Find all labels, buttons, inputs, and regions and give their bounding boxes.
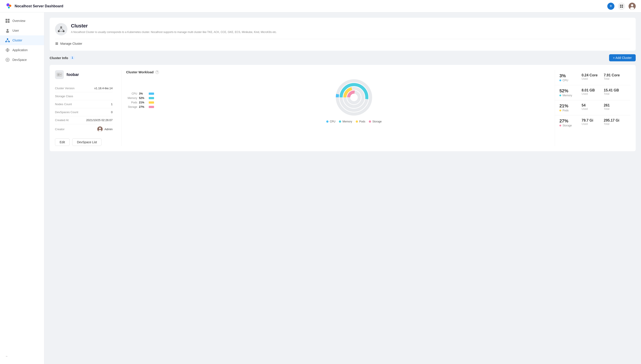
pods-stat-pct: 21% bbox=[559, 104, 582, 108]
svg-rect-31 bbox=[61, 27, 62, 28]
pods-used: 54 bbox=[582, 104, 604, 108]
collapse-sidebar-button[interactable]: ← bbox=[5, 354, 39, 358]
theme-button[interactable] bbox=[618, 3, 625, 10]
cpu-used: 0.24 Core bbox=[582, 73, 604, 77]
legend-memory-label: Memory bbox=[343, 120, 352, 123]
svg-point-43 bbox=[99, 128, 101, 129]
storage-used-section: 79.7 Gi Used bbox=[582, 118, 604, 126]
donut-svg bbox=[334, 78, 374, 117]
legend-pods: Pods bbox=[356, 120, 365, 123]
sidebar-user-label: User bbox=[13, 29, 19, 32]
sidebar-item-cluster[interactable]: Cluster bbox=[0, 36, 44, 45]
help-icon[interactable]: ? bbox=[155, 70, 159, 74]
sidebar-item-overview[interactable]: Overview bbox=[0, 16, 44, 26]
cluster-info-header: Cluster Info 1 + Add Cluster bbox=[50, 54, 636, 61]
memory-used-label: Used bbox=[582, 92, 604, 96]
legend-storage-dot bbox=[369, 120, 371, 123]
stat-card-pods: 21% Pods 54 Used 261 bbox=[555, 100, 630, 115]
svg-rect-6 bbox=[622, 6, 623, 8]
storage-bar bbox=[149, 106, 154, 108]
svg-point-40 bbox=[60, 74, 61, 75]
add-cluster-button[interactable]: + Add Cluster bbox=[609, 54, 636, 61]
nodes-value: 1 bbox=[111, 102, 113, 106]
cpu-stat-dot bbox=[559, 80, 561, 81]
legend-pods-label: Pods bbox=[359, 120, 365, 123]
manage-cluster-link[interactable]: Manage Cluster bbox=[55, 39, 630, 46]
cpu-stat-label: CPU bbox=[559, 79, 582, 82]
cpu-total-section: 7.91 Core Total bbox=[604, 73, 626, 80]
cluster-card-name: foobar bbox=[67, 72, 79, 77]
memory-total: 15.41 GB bbox=[604, 88, 626, 92]
header-left: Nocalhost Server Dashboard bbox=[5, 3, 63, 10]
user-avatar[interactable] bbox=[628, 3, 636, 10]
memory-used-section: 8.01 GB Used bbox=[582, 88, 604, 96]
legend-storage-label: Storage bbox=[372, 120, 382, 123]
storage-total-section: 295.17 Gi Total bbox=[604, 118, 626, 126]
storage-used: 79.7 Gi bbox=[582, 118, 604, 122]
main-content: Cluster A Nocalhost Cluster is usually c… bbox=[44, 12, 641, 364]
storage-label: Storage bbox=[126, 106, 137, 108]
svg-rect-11 bbox=[8, 19, 10, 20]
cpu-pct: 3% bbox=[139, 92, 147, 95]
memory-used: 8.01 GB bbox=[582, 88, 604, 92]
memory-stat-name: Memory bbox=[562, 94, 572, 97]
pods-used-label: Used bbox=[582, 108, 604, 110]
sidebar-item-devspace[interactable]: DevSpace bbox=[0, 55, 44, 65]
created-value: 2021/10/25 02:26:07 bbox=[86, 118, 113, 122]
storage-stat-dot bbox=[559, 125, 561, 126]
svg-rect-35 bbox=[55, 42, 58, 43]
cluster-info-section: foobar Cluster Version v1.18.4-tke.14 St… bbox=[55, 70, 121, 146]
cluster-icon bbox=[5, 38, 10, 42]
svg-rect-41 bbox=[57, 76, 61, 76]
chart-area: CPU 3% Memory 52% Pods 21% bbox=[126, 78, 550, 123]
workload-section: Cluster Workload ? CPU 3% Memor bbox=[121, 70, 555, 146]
legend-cpu-label: CPU bbox=[330, 120, 335, 123]
layout: Overview User Cluster bbox=[0, 12, 641, 364]
legend-cpu-dot bbox=[326, 120, 329, 123]
creator-label: Creator bbox=[55, 128, 65, 131]
sidebar-bottom: ← bbox=[0, 352, 44, 360]
stat-card-memory: 52% Memory 8.01 GB Used bbox=[555, 85, 630, 100]
legend-pods-dot bbox=[356, 120, 358, 123]
sidebar-item-user[interactable]: User bbox=[0, 26, 44, 36]
info-row-version: Cluster Version v1.18.4-tke.14 bbox=[55, 84, 113, 92]
pods-total: 261 bbox=[604, 104, 626, 108]
manage-cluster-label: Manage Cluster bbox=[60, 42, 82, 46]
cpu-stat-pct-section: 3% CPU bbox=[559, 73, 582, 82]
list-icon bbox=[55, 42, 59, 46]
svg-rect-3 bbox=[620, 5, 621, 6]
pods-stat-label: Pods bbox=[559, 109, 582, 112]
edit-button[interactable]: Edit bbox=[55, 138, 70, 146]
pods-bar bbox=[149, 102, 154, 104]
devspace-list-button[interactable]: DevSpace List bbox=[72, 138, 102, 146]
svg-point-44 bbox=[98, 130, 102, 132]
cluster-header-icon bbox=[55, 23, 67, 36]
chart-label-list: CPU 3% Memory 52% Pods 21% bbox=[126, 92, 154, 108]
storage-stat-label: Storage bbox=[559, 124, 582, 127]
action-buttons: Edit DevSpace List bbox=[55, 138, 113, 146]
sidebar: Overview User Cluster bbox=[0, 12, 44, 364]
svg-point-25 bbox=[6, 58, 9, 62]
info-row-devspaces: DevSpaces Count 0 bbox=[55, 108, 113, 116]
info-row-creator: Creator Admin bbox=[55, 124, 113, 134]
created-label: Created At bbox=[55, 118, 69, 122]
cluster-title-section: Cluster A Nocalhost Cluster is usually c… bbox=[71, 23, 277, 34]
memory-total-section: 15.41 GB Total bbox=[604, 88, 626, 96]
cpu-total-label: Total bbox=[604, 77, 626, 80]
svg-rect-5 bbox=[620, 6, 621, 8]
add-button[interactable]: + bbox=[607, 3, 614, 10]
svg-rect-36 bbox=[55, 44, 58, 44]
svg-point-14 bbox=[7, 29, 9, 31]
workload-title: Cluster Workload ? bbox=[126, 70, 550, 74]
pods-stat-dot bbox=[559, 110, 561, 111]
svg-rect-39 bbox=[57, 74, 60, 76]
collapse-icon: ← bbox=[5, 354, 8, 358]
storage-class-label: Storage Class bbox=[55, 94, 73, 98]
chart-legend: CPU Memory Pods bbox=[326, 120, 382, 123]
sidebar-item-application[interactable]: Application bbox=[0, 45, 44, 55]
memory-label: Memory bbox=[126, 96, 137, 100]
storage-stat-pct: 27% bbox=[559, 118, 582, 124]
cluster-info-label: Cluster Info bbox=[50, 56, 68, 60]
app-logo bbox=[5, 3, 13, 10]
svg-point-2 bbox=[8, 7, 10, 8]
